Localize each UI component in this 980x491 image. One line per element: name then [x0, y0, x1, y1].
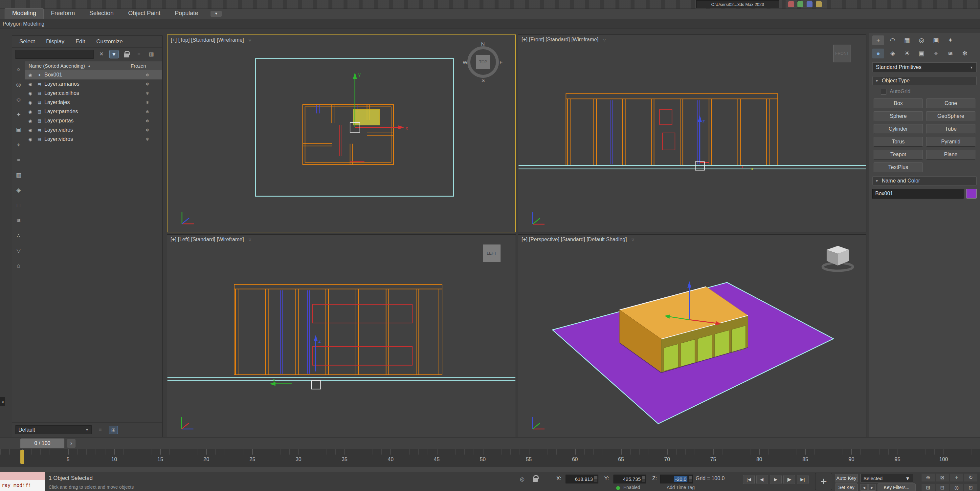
layers-list-icon[interactable]: ≡: [95, 426, 105, 434]
time-slider-track[interactable]: 0 / 100 ›: [0, 437, 980, 449]
frozen-toggle-icon[interactable]: ❄: [145, 82, 149, 87]
viewport-filter-icon[interactable]: ▽: [603, 38, 606, 42]
toolbar-icons[interactable]: [0, 0, 980, 8]
render-production-icon[interactable]: [797, 1, 803, 7]
viewport-filter-icon[interactable]: ▽: [248, 38, 251, 42]
teapot-button[interactable]: Teapot: [873, 150, 923, 159]
viewport-left[interactable]: [+] [Left] [Standard] [Wireframe] ▽: [167, 234, 516, 437]
fov-icon[interactable]: ◎: [950, 484, 963, 491]
shapes-category-icon[interactable]: ◈: [887, 49, 899, 59]
frozen-toggle-icon[interactable]: ❄: [145, 100, 149, 105]
selection-lock-icon[interactable]: [531, 474, 540, 483]
viewport-top[interactable]: [+] [Top] [Standard] [Wireframe] ▽: [167, 35, 516, 232]
viewport-filter-icon[interactable]: ▽: [248, 238, 251, 242]
viewport-perspective-label-text[interactable]: [+] [Perspective] [Standard] [Default Sh…: [522, 237, 627, 243]
maxscript-script-pane[interactable]: ray modifi: [0, 480, 45, 491]
viewcube-3d[interactable]: [818, 242, 858, 273]
ribbon-panel-label[interactable]: Polygon Modeling: [0, 21, 45, 27]
menu-edit[interactable]: Edit: [76, 38, 85, 45]
node-label[interactable]: Layer:lajes: [44, 99, 127, 105]
viewport-left-label-text[interactable]: [+] [Left] [Standard] [Wireframe]: [170, 237, 244, 243]
display-particles-icon[interactable]: ∴: [14, 232, 23, 239]
cameras-category-icon[interactable]: ▣: [916, 49, 928, 59]
display-bones-icon[interactable]: ≋: [14, 217, 23, 224]
table-row[interactable]: ◉ ▤ Layer:armarios ❄: [25, 79, 162, 89]
frozen-toggle-icon[interactable]: ❄: [145, 137, 149, 142]
grid-view-icon[interactable]: ⊞: [109, 426, 118, 434]
node-label[interactable]: Layer:armarios: [44, 81, 127, 87]
pyramid-button[interactable]: Pyramid: [926, 137, 975, 147]
display-lights-icon[interactable]: ✦: [14, 111, 23, 119]
primitive-category-dropdown[interactable]: Standard Primitives ▼: [872, 62, 977, 72]
sphere-button[interactable]: Sphere: [873, 111, 923, 121]
panel-collapse-handle[interactable]: ◂: [0, 397, 5, 406]
display-shapes-icon[interactable]: ◇: [14, 96, 23, 103]
compass-north[interactable]: N: [481, 41, 485, 47]
search-input[interactable]: [16, 50, 94, 59]
time-slider-handle[interactable]: 0 / 100: [21, 439, 64, 448]
lock-explorer-icon[interactable]: [122, 50, 131, 59]
spinner-icon[interactable]: [594, 476, 597, 482]
folder-icon[interactable]: ⌂: [14, 262, 23, 269]
viewport-label[interactable]: [+] [Perspective] [Standard] [Default Sh…: [522, 237, 634, 243]
object-color-swatch[interactable]: [966, 189, 977, 199]
node-label[interactable]: Layer:vidros: [44, 127, 127, 133]
visibility-eye-icon[interactable]: ◉: [25, 73, 35, 78]
preset-dropdown[interactable]: Default ▼: [16, 425, 92, 434]
frozen-toggle-icon[interactable]: ❄: [145, 73, 149, 78]
textplus-button[interactable]: TextPlus: [873, 162, 923, 172]
visibility-eye-icon[interactable]: ◉: [25, 100, 35, 105]
autogrid-checkbox[interactable]: [881, 89, 886, 95]
track-bar[interactable]: 5101520253035404550556065707580859095100: [0, 449, 980, 467]
zoom-extents-icon[interactable]: ⊞: [921, 484, 935, 491]
node-label[interactable]: Box001: [44, 72, 127, 78]
z-coord-field[interactable]: -20.0: [660, 475, 693, 483]
modify-tab-icon[interactable]: ◠: [887, 35, 899, 45]
node-label[interactable]: Layer:vidros: [44, 136, 127, 142]
menu-display[interactable]: Display: [46, 38, 64, 45]
pan-icon[interactable]: ⌖: [950, 474, 963, 481]
current-frame-marker[interactable]: [21, 450, 24, 464]
previous-frame-button[interactable]: ◀|: [756, 475, 768, 484]
name-and-color-rollout[interactable]: ▼ Name and Color: [872, 176, 977, 186]
frozen-toggle-icon[interactable]: ❄: [145, 109, 149, 114]
viewport-canvas-perspective[interactable]: [518, 235, 866, 437]
viewport-top-label-text[interactable]: [+] [Top] [Standard] [Wireframe]: [171, 37, 244, 43]
compass-east[interactable]: E: [500, 59, 503, 65]
viewcube-compass[interactable]: TOP N W E S: [464, 43, 502, 81]
go-to-start-button[interactable]: |◀: [743, 475, 755, 484]
key-step-back-icon[interactable]: ◀: [861, 484, 868, 491]
maxscript-macro-pane[interactable]: [0, 472, 45, 480]
next-frame-step-icon[interactable]: ›: [67, 439, 76, 448]
zoom-extents-all-icon[interactable]: ⊟: [935, 484, 949, 491]
cylinder-button[interactable]: Cylinder: [873, 124, 923, 134]
menu-select[interactable]: Select: [19, 38, 35, 45]
frozen-column-header[interactable]: Frozen: [126, 63, 146, 68]
zoom-region-icon[interactable]: ⊠: [935, 474, 949, 481]
create-tab-icon[interactable]: +: [872, 35, 884, 45]
compass-south[interactable]: S: [482, 78, 485, 83]
frozen-toggle-icon[interactable]: ❄: [145, 119, 149, 123]
viewport-canvas-front[interactable]: z x: [518, 35, 866, 232]
tree-column-headers[interactable]: Name (Sorted Ascending) ▲ Frozen: [25, 61, 162, 70]
table-row[interactable]: ◉ ● Box001 ❄: [25, 70, 162, 79]
viewport-front[interactable]: [+] [Front] [Standard] [Wireframe] ▽: [518, 35, 866, 232]
viewcube-front-face[interactable]: FRONT: [833, 44, 851, 62]
display-groups-icon[interactable]: ▦: [14, 172, 23, 179]
x-coord-field[interactable]: 618.913: [566, 475, 598, 483]
visibility-eye-icon[interactable]: ◉: [25, 119, 35, 123]
compass-west[interactable]: W: [463, 59, 467, 65]
spinner-icon[interactable]: [689, 476, 692, 482]
node-label[interactable]: Layer:paredes: [44, 109, 127, 114]
set-keys-button[interactable]: +: [815, 473, 832, 490]
table-row[interactable]: ◉ ▤ Layer:caixilhos ❄: [25, 89, 162, 98]
viewport-label[interactable]: [+] [Front] [Standard] [Wireframe] ▽: [522, 37, 606, 43]
node-label[interactable]: Layer:caixilhos: [44, 90, 127, 96]
viewport-filter-icon[interactable]: ▽: [632, 238, 634, 242]
ribbon-options-icon[interactable]: ▼: [210, 11, 222, 17]
table-row[interactable]: ◉ ▤ Layer:portas ❄: [25, 116, 162, 126]
viewcube-left-face[interactable]: LEFT: [483, 245, 501, 262]
torus-button[interactable]: Torus: [873, 137, 923, 147]
viewcube-top-face[interactable]: TOP: [476, 55, 490, 69]
motion-tab-icon[interactable]: ◎: [916, 35, 928, 45]
